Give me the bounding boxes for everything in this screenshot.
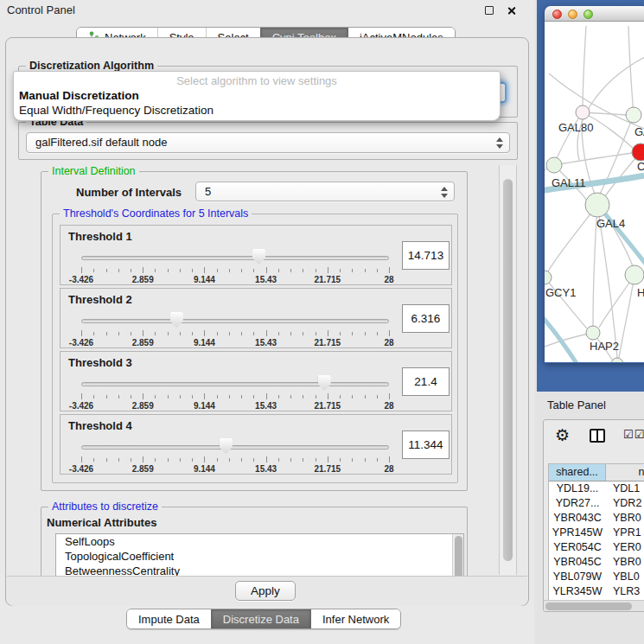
table-cell: YER0 <box>606 540 644 555</box>
group-title-interval-definition: Interval Definition <box>48 165 139 177</box>
table-row[interactable]: YBR045CYBR0 <box>549 555 644 570</box>
table-row[interactable]: YDR27...YDR2 <box>549 496 644 511</box>
table-data-combobox[interactable]: galFiltered.sif default node <box>26 132 510 153</box>
table-panel-region: Table Panel ⚙ ☑☑ shared...na YDL19...YDL… <box>537 392 644 644</box>
slider-track[interactable] <box>81 319 389 323</box>
threshold-slider[interactable]: -3.4262.8599.14415.4321.71528 <box>81 437 389 472</box>
cyni-toolbox-content: Discretization Algorithm Select algorith… <box>5 37 529 606</box>
apply-button[interactable]: Apply <box>235 581 296 601</box>
network-node[interactable] <box>625 265 644 284</box>
close-window-button[interactable] <box>552 10 562 19</box>
network-node[interactable] <box>611 358 623 362</box>
control-panel-titlebar: Control Panel <box>0 0 534 21</box>
network-canvas[interactable]: GAL80GACGAL11GAL4GCY1HHAP2 <box>545 22 644 362</box>
network-node[interactable] <box>632 143 644 161</box>
control-panel: Control Panel NetworkStyleSelectCyni Too… <box>0 0 534 644</box>
tab-label: Infer Network <box>322 613 389 626</box>
table-row[interactable]: YDL19...YDL1 <box>549 481 644 496</box>
tab-discretize-data[interactable]: Discretize Data <box>211 609 310 628</box>
number-of-intervals-label: Number of Intervals <box>76 186 182 199</box>
column-header[interactable]: shared... <box>549 464 606 481</box>
intervals-value: 5 <box>205 185 211 198</box>
vertical-scrollbar[interactable] <box>499 165 517 575</box>
tab-impute-data[interactable]: Impute Data <box>127 609 211 628</box>
slider-thumb[interactable] <box>220 438 233 454</box>
node-label: HAP2 <box>590 340 619 353</box>
network-node[interactable] <box>546 157 562 173</box>
network-node[interactable] <box>585 193 609 217</box>
network-edge <box>554 153 632 165</box>
table-cell: YBL079W <box>549 570 606 584</box>
node-label: GAL11 <box>552 176 586 189</box>
network-node[interactable] <box>586 326 600 340</box>
attribute-item[interactable]: SelfLoops <box>56 534 463 549</box>
screen: Control Panel NetworkStyleSelectCyni Too… <box>0 0 644 644</box>
table-row[interactable]: YLR345WYLR3 <box>549 584 644 599</box>
network-node[interactable] <box>545 271 552 284</box>
threshold-value-box[interactable]: 14.713 <box>402 241 450 270</box>
group-title-attributes: Attributes to discretize <box>48 501 162 513</box>
scrollbar-thumb[interactable] <box>545 603 632 610</box>
slider-tick-labels: -3.4262.8599.14415.4321.71528 <box>81 275 389 285</box>
table-row[interactable]: YBR043CYBR0 <box>549 511 644 526</box>
table-data-value: galFiltered.sif default node <box>35 136 167 149</box>
network-node[interactable] <box>626 107 641 123</box>
table-panel-title: Table Panel <box>547 399 606 411</box>
numerical-attributes-label: Numerical Attributes <box>47 516 156 529</box>
table-cell: YBR045C <box>549 555 606 570</box>
attribute-item[interactable]: TopologicalCoefficient <box>56 549 463 564</box>
table-toolbar: ⚙ ☑☑ <box>544 420 644 453</box>
threshold-slider[interactable]: -3.4262.8599.14415.4321.71528 <box>81 311 389 346</box>
slider-ticks <box>81 330 389 337</box>
threshold-label: Threshold 4 <box>68 419 132 432</box>
scrollbar-thumb[interactable] <box>455 536 462 581</box>
threshold-value-box[interactable]: 21.4 <box>402 367 450 396</box>
table-rows: YDL19...YDL1YDR27...YDR2YBR043CYBR0YPR14… <box>549 481 644 600</box>
intervals-combobox[interactable]: 5 <box>195 182 455 201</box>
node-label: H <box>637 286 644 299</box>
threshold-slider[interactable]: -3.4262.8599.14415.4321.71528 <box>81 374 389 409</box>
slider-track[interactable] <box>81 256 389 260</box>
window-titlebar[interactable] <box>545 6 644 22</box>
table-cell: YBR0 <box>606 511 644 526</box>
close-panel-icon[interactable] <box>507 6 516 16</box>
slider-track[interactable] <box>81 445 389 450</box>
slider-thumb[interactable] <box>318 375 331 391</box>
threshold-value-box[interactable]: 11.344 <box>402 430 450 459</box>
slider-thumb[interactable] <box>252 249 265 265</box>
stepper-arrows-icon <box>440 187 448 198</box>
network-edge <box>545 333 593 348</box>
algorithm-option-list: Manual DiscretizationEqual Width/Frequen… <box>14 88 500 118</box>
table-row[interactable]: YER054CYER0 <box>549 540 644 555</box>
column-header[interactable]: na <box>606 464 644 481</box>
float-window-icon[interactable] <box>485 6 494 15</box>
table-cell: YER054C <box>549 540 606 555</box>
slider-thumb[interactable] <box>170 312 183 328</box>
horizontal-scrollbar[interactable] <box>544 600 644 612</box>
threshold-slider[interactable]: -3.4262.8599.14415.4321.71528 <box>81 248 389 283</box>
apply-bar: Apply <box>7 576 527 606</box>
network-window: GAL80GACGAL11GAL4GCY1HHAP2 <box>545 6 644 363</box>
table-cell: YDL1 <box>606 481 644 496</box>
gear-icon[interactable]: ⚙ <box>555 425 570 446</box>
table-row[interactable]: YPR145WYPR1 <box>549 526 644 540</box>
minimize-window-button[interactable] <box>568 10 577 19</box>
table-row[interactable]: YBL079WYBL0 <box>549 570 644 584</box>
network-node[interactable] <box>576 105 590 119</box>
threshold-value-box[interactable]: 6.316 <box>402 304 450 333</box>
table-data-group: Table Data galFiltered.sif default node <box>18 122 518 160</box>
scrollbar-thumb[interactable] <box>503 179 513 561</box>
slider-track[interactable] <box>81 382 389 386</box>
table-cell: YBR043C <box>549 511 606 526</box>
group-title-thresholds: Threshold's Coordinates for 5 Intervals <box>60 207 252 220</box>
tab-label: Impute Data <box>138 613 200 626</box>
algorithm-option[interactable]: Equal Width/Frequency Discretization <box>14 103 500 118</box>
column-visibility-icon[interactable]: ☑☑ <box>623 428 644 441</box>
threshold-label: Threshold 3 <box>68 356 132 369</box>
table-cell: YLR345W <box>549 584 606 599</box>
tab-infer-network[interactable]: Infer Network <box>310 609 400 628</box>
zoom-window-button[interactable] <box>583 10 593 19</box>
algorithm-option[interactable]: Manual Discretization <box>14 88 500 103</box>
split-columns-icon[interactable] <box>590 429 605 443</box>
threshold-panel: Threshold 2-3.4262.8599.14415.4321.71528… <box>60 288 452 348</box>
